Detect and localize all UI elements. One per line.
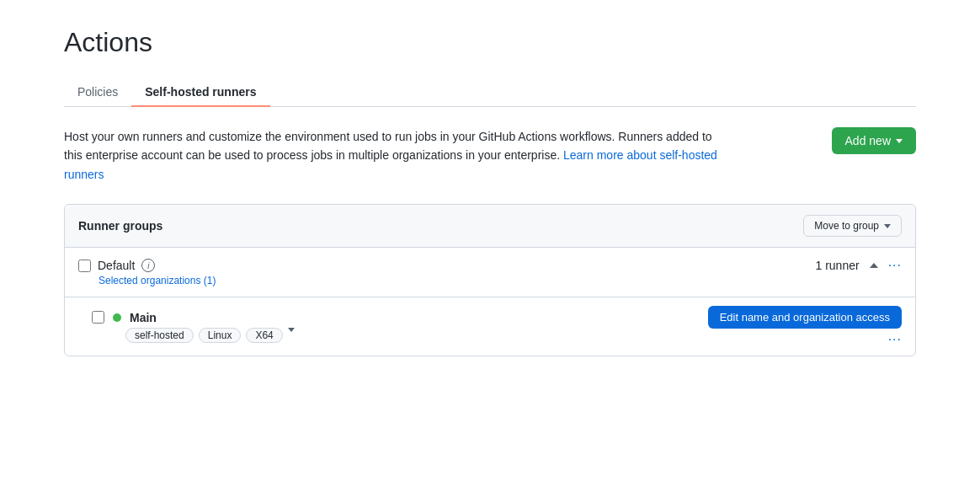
default-group-name: Default [98, 259, 135, 272]
runner-groups-box: Runner groups Move to group Default i 1 … [64, 204, 916, 356]
default-group-checkbox[interactable] [78, 260, 91, 272]
runner-more-button[interactable]: ··· [888, 332, 902, 347]
runner-groups-header: Runner groups Move to group [65, 205, 915, 248]
content-header: Host your own runners and customize the … [64, 127, 916, 184]
default-group-row: Default i 1 runner ··· Selected organiza… [65, 248, 915, 297]
runner-checkbox[interactable] [92, 311, 104, 324]
selected-orgs-count: (1) [204, 275, 216, 286]
add-new-button[interactable]: Add new [832, 127, 916, 154]
chevron-up-icon[interactable] [870, 263, 878, 268]
runner-row: Main self-hosted Linux X64 Edit name and… [65, 297, 915, 356]
runner-count: 1 runner [816, 259, 860, 272]
chevron-down-icon [884, 224, 891, 228]
tags-expand-icon[interactable] [288, 328, 295, 332]
tabs-container: Policies Self-hosted runners [64, 78, 916, 107]
runner-name: Main [130, 311, 157, 324]
info-icon[interactable]: i [141, 259, 155, 272]
default-group-more-button[interactable]: ··· [888, 258, 902, 273]
edit-tooltip[interactable]: Edit name and organization access [708, 306, 902, 329]
move-to-group-button[interactable]: Move to group [803, 215, 902, 237]
runner-tag-self-hosted: self-hosted [125, 328, 194, 343]
runner-tags: self-hosted Linux X64 [125, 328, 708, 343]
runner-groups-title: Runner groups [78, 219, 162, 233]
chevron-down-icon [896, 139, 903, 143]
tab-policies[interactable]: Policies [64, 78, 131, 107]
selected-orgs-label: Selected organizations (1) [99, 275, 902, 286]
runner-status-dot [113, 313, 121, 322]
tab-self-hosted-runners[interactable]: Self-hosted runners [131, 78, 269, 107]
runner-tag-linux: Linux [199, 328, 242, 343]
page-title: Actions [64, 27, 916, 58]
description-text: Host your own runners and customize the … [64, 127, 721, 184]
runner-tag-x64: X64 [246, 328, 282, 343]
